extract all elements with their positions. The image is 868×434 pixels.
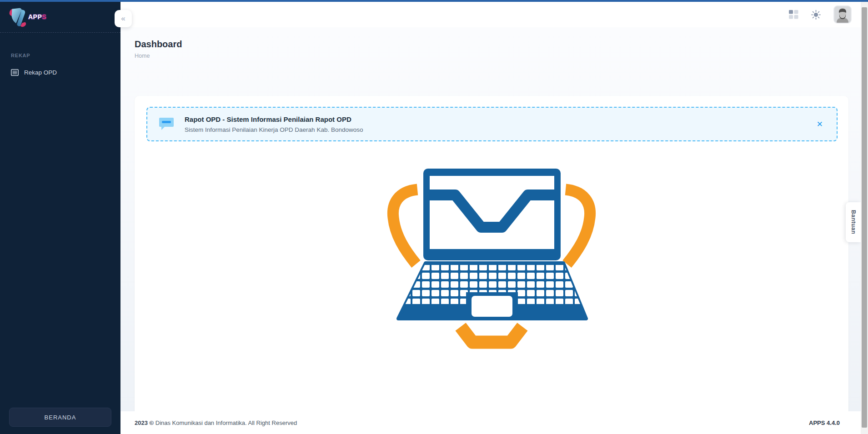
main-area: « [120,2,868,434]
copyright-year: 2023 © [135,419,154,426]
beranda-button[interactable]: BERANDA [9,408,111,427]
grid-apps-icon [789,10,798,19]
bantuan-help-tab[interactable]: Bantuan [846,202,861,242]
content: Dashboard Home Rapot OPD - Sistem Inform… [120,27,868,411]
brand-name: APPS [28,13,46,20]
alert-title: Rapot OPD - Sistem Informasi Penilaian R… [185,115,815,123]
apps-logo-icon [6,5,31,30]
apps-grid-button[interactable] [789,10,798,19]
topbar-actions [789,2,852,27]
sidebar: APPS REKAP Rekap OPD BERANDA [0,0,120,434]
help-tab-label: Bantuan [850,210,857,234]
alert-close-button[interactable]: ✕ [815,119,825,130]
topbar: « [120,2,868,27]
sidebar-item-label: Rekap OPD [24,69,57,76]
user-avatar[interactable] [833,5,852,24]
sidebar-collapse-button[interactable]: « [115,10,132,27]
scrollbar-thumb[interactable] [862,7,867,428]
message-icon [159,117,174,131]
copyright-text: Dinas Komunikasi dan Informatika. All Ri… [156,419,297,426]
hero-illustration-wrap [135,150,848,369]
sun-icon [811,10,821,20]
avatar-photo [834,6,851,23]
alert-subtitle: Sistem Informasi Penilaian Kinerja OPD D… [185,126,815,133]
theme-toggle-button[interactable] [811,10,821,20]
footer: 2023 © Dinas Komunikasi dan Informatika.… [120,411,868,434]
brand-logo[interactable]: APPS [0,0,120,33]
list-card-icon [11,69,19,76]
alert-texts: Rapot OPD - Sistem Informasi Penilaian R… [185,115,815,133]
breadcrumb[interactable]: Home [135,53,868,59]
info-alert: Rapot OPD - Sistem Informasi Penilaian R… [146,107,838,141]
page-title: Dashboard [135,39,868,50]
top-accent-bar [0,0,868,2]
copyright: 2023 © Dinas Komunikasi dan Informatika.… [135,419,297,426]
laptop-trophy-illustration [373,160,610,359]
sidebar-section-rekap: REKAP [0,33,120,65]
sidebar-spacer [0,80,120,408]
sidebar-item-rekap-opd[interactable]: Rekap OPD [0,65,120,80]
dashboard-card: Rapot OPD - Sistem Informasi Penilaian R… [135,96,848,423]
page-scrollbar[interactable] [861,2,868,434]
app-version: APPS 4.4.0 [809,419,840,426]
page-header: Dashboard Home [120,27,868,59]
